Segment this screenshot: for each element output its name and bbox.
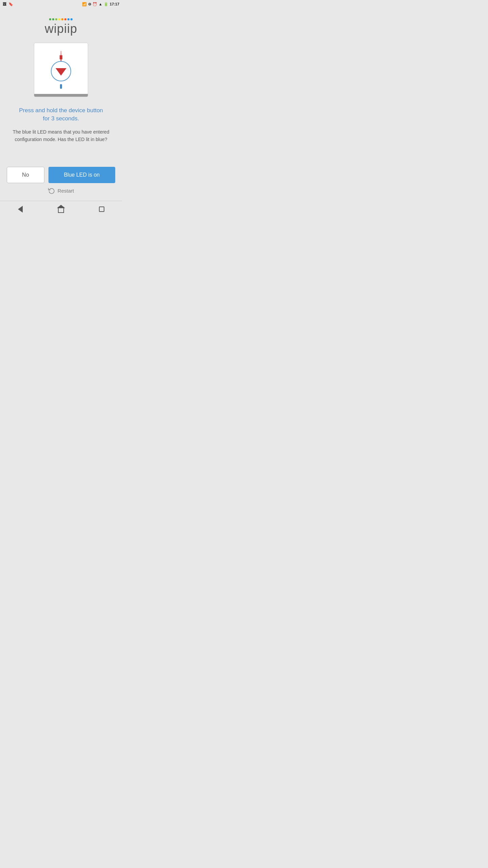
description-text: The blue lit LED means that you have ent…: [7, 128, 115, 143]
logo-dot-6: [64, 18, 66, 20]
status-bar-left: 🖼 🔖: [3, 2, 13, 6]
wifi-icon: ▲: [99, 2, 102, 6]
blue-led-dot: [60, 84, 62, 89]
arrow-animation: [51, 51, 71, 89]
logo-dot-3: [55, 18, 57, 20]
device-illustration: [34, 43, 88, 97]
alarm-icon: ⏰: [93, 2, 97, 6]
restart-label: Restart: [58, 188, 74, 194]
logo-dot-8: [70, 18, 73, 20]
minus-icon: ⊖: [88, 2, 91, 6]
recent-apps-icon: [99, 206, 104, 212]
status-bar: 🖼 🔖 📶 ⊖ ⏰ ▲ 🔋 17:17: [0, 0, 122, 8]
instruction-section: Press and hold the device buttonfor 3 se…: [0, 106, 122, 143]
logo-dots: [49, 18, 73, 20]
back-icon: [18, 206, 23, 213]
logo-dot-7: [67, 18, 69, 20]
battery-icon: 🔋: [104, 2, 108, 6]
press-hold-text: Press and hold the device buttonfor 3 se…: [7, 106, 115, 123]
blue-led-button[interactable]: Blue LED is on: [48, 167, 115, 183]
arrow-circle: [51, 61, 71, 81]
nav-home-button[interactable]: [56, 204, 66, 214]
bluetooth-icon: 📶: [82, 2, 87, 6]
nav-recent-button[interactable]: [97, 204, 107, 214]
photo-icon: 🖼: [3, 2, 6, 6]
logo-dot-2: [52, 18, 54, 20]
status-bar-right: 📶 ⊖ ⏰ ▲ 🔋 17:17: [82, 2, 119, 6]
logo-dot-5: [61, 18, 63, 20]
logo-dot-4: [58, 18, 60, 20]
arrow-stem: [60, 55, 62, 59]
logo-dot-1: [49, 18, 51, 20]
action-buttons: No Blue LED is on: [0, 167, 122, 183]
bookmark-icon: 🔖: [8, 2, 13, 6]
no-button[interactable]: No: [7, 167, 44, 183]
arrow-head: [56, 68, 66, 76]
nav-back-button[interactable]: [15, 204, 25, 214]
logo-container: wipiip: [45, 18, 77, 36]
restart-icon: [48, 187, 55, 194]
home-icon: [58, 207, 64, 213]
time-display: 17:17: [110, 2, 119, 6]
app-logo: wipiip: [45, 22, 77, 36]
restart-container[interactable]: Restart: [48, 187, 74, 194]
nav-bar: [0, 201, 122, 217]
